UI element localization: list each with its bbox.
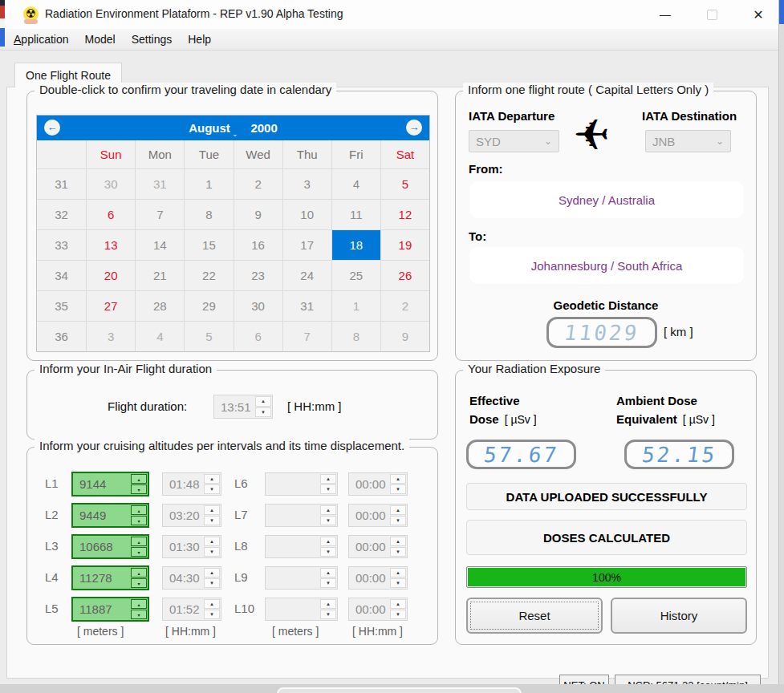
spin-down-icon[interactable]: ▼ <box>390 516 406 525</box>
spin-up-icon[interactable]: ▲ <box>320 599 336 609</box>
day-cell[interactable]: 4 <box>135 321 184 351</box>
time-spinbox-L5[interactable]: 01:52▲▼ <box>162 598 221 621</box>
altitude-spinbox-L3[interactable]: 10668▴▾ <box>71 534 149 559</box>
day-cell[interactable]: 19 <box>380 229 429 260</box>
day-cell[interactable]: 20 <box>86 260 135 290</box>
altitude-spinbox-L8[interactable]: ▲▼ <box>265 535 338 558</box>
spin-down-icon[interactable]: ▾ <box>131 610 147 619</box>
altitude-spinbox-L1[interactable]: 9144▴▾ <box>71 472 149 496</box>
day-cell[interactable]: 1 <box>331 290 380 321</box>
spin-up-icon[interactable]: ▴ <box>131 568 147 578</box>
spin-up-icon[interactable]: ▲ <box>320 537 336 546</box>
time-spinbox-L9[interactable]: 00:00▲▼ <box>348 566 408 590</box>
spin-down-icon[interactable]: ▼ <box>320 578 336 588</box>
spin-up-icon[interactable]: ▲ <box>204 537 220 546</box>
day-cell[interactable]: 22 <box>184 260 233 290</box>
altitude-spinbox-L7[interactable]: ▲▼ <box>265 504 338 527</box>
previous-month-button[interactable]: ← <box>44 120 60 136</box>
day-cell[interactable]: 16 <box>234 229 282 260</box>
day-cell[interactable]: 30 <box>234 290 282 321</box>
spin-up-icon[interactable]: ▲ <box>390 599 406 609</box>
day-cell[interactable]: 4 <box>331 168 380 199</box>
spin-down-icon[interactable]: ▼ <box>204 547 220 557</box>
day-cell[interactable]: 5 <box>184 321 233 351</box>
day-cell[interactable]: 6 <box>86 199 135 229</box>
spin-down-icon[interactable]: ▾ <box>131 484 147 494</box>
spin-up-icon[interactable]: ▲ <box>390 537 406 546</box>
spin-down-icon[interactable]: ▼ <box>204 484 220 494</box>
iata-departure-combobox[interactable]: SYD ⌄ <box>469 130 559 152</box>
spin-down-icon[interactable]: ▾ <box>131 578 147 588</box>
spin-down-icon[interactable]: ▼ <box>204 578 220 588</box>
day-cell[interactable]: 9 <box>380 321 429 351</box>
spin-up-icon[interactable]: ▲ <box>204 599 220 609</box>
altitude-spinbox-L6[interactable]: ▲▼ <box>265 472 338 496</box>
day-cell[interactable]: 31 <box>282 290 331 321</box>
time-spinbox-L7[interactable]: 00:00▲▼ <box>348 504 408 527</box>
altitude-spinbox-L10[interactable]: ▲▼ <box>265 598 338 621</box>
day-cell[interactable]: 13 <box>86 229 135 260</box>
spin-up-icon[interactable]: ▲ <box>320 505 336 515</box>
day-cell[interactable]: 29 <box>184 290 233 321</box>
spin-down-icon[interactable]: ▾ <box>131 547 147 557</box>
day-cell[interactable]: 1 <box>184 168 233 199</box>
day-cell[interactable]: 2 <box>380 290 429 321</box>
spin-up-icon[interactable]: ▴ <box>131 474 147 484</box>
time-spinbox-L4[interactable]: 04:30▲▼ <box>162 566 221 590</box>
spin-up-icon[interactable]: ▴ <box>131 537 147 546</box>
spin-down-icon[interactable]: ▼ <box>390 547 406 557</box>
time-spinbox-L8[interactable]: 00:00▲▼ <box>348 535 408 558</box>
spin-down-icon[interactable]: ▼ <box>320 610 336 619</box>
day-cell[interactable]: 7 <box>135 199 184 229</box>
spin-up-icon[interactable]: ▲ <box>320 568 336 578</box>
time-spinbox-L1[interactable]: 01:48▲▼ <box>162 472 221 496</box>
spin-up-icon[interactable]: ▲ <box>390 505 406 515</box>
time-spinbox-L6[interactable]: 00:00▲▼ <box>348 472 408 496</box>
menu-item-help[interactable]: Help <box>180 33 219 46</box>
day-cell[interactable]: 3 <box>282 168 331 199</box>
spin-down-icon[interactable]: ▼ <box>204 516 220 525</box>
spin-down-icon[interactable]: ▼ <box>204 610 220 619</box>
day-cell[interactable]: 17 <box>282 229 331 260</box>
spin-up-icon[interactable]: ▲ <box>390 474 406 484</box>
spin-up-icon[interactable]: ▴ <box>131 599 147 609</box>
maximize-button[interactable] <box>693 0 730 29</box>
day-cell[interactable]: 7 <box>282 321 331 351</box>
day-cell[interactable]: 2 <box>234 168 282 199</box>
day-cell[interactable]: 8 <box>331 321 380 351</box>
calendar-month[interactable]: August <box>189 121 230 135</box>
spin-up-icon[interactable]: ▲ <box>390 568 406 578</box>
day-cell[interactable]: 23 <box>234 260 282 290</box>
day-cell[interactable]: 5 <box>380 168 429 199</box>
spin-down-icon[interactable]: ▼ <box>320 547 336 557</box>
history-button[interactable]: History <box>611 598 747 634</box>
altitude-spinbox-L5[interactable]: 11887▴▾ <box>71 597 149 622</box>
day-cell[interactable]: 27 <box>86 290 135 321</box>
spin-down-icon[interactable]: ▼ <box>390 610 406 619</box>
close-button[interactable]: ✕ <box>740 0 777 29</box>
altitude-spinbox-L2[interactable]: 9449▴▾ <box>71 503 149 528</box>
iata-destination-combobox[interactable]: JNB ⌄ <box>645 130 731 152</box>
spin-down-icon[interactable]: ▼ <box>320 484 336 494</box>
spin-down-icon[interactable]: ▾ <box>131 516 147 525</box>
menu-item-model[interactable]: Model <box>77 33 124 46</box>
time-spinbox-L2[interactable]: 03:20▲▼ <box>162 504 221 527</box>
day-cell[interactable]: 24 <box>282 260 331 290</box>
spin-down-icon[interactable]: ▼ <box>255 407 271 418</box>
menu-item-application[interactable]: Application <box>6 33 77 46</box>
time-spinbox-L3[interactable]: 01:30▲▼ <box>162 535 221 558</box>
day-cell[interactable]: 30 <box>86 168 135 199</box>
time-spinbox-L10[interactable]: 00:00▲▼ <box>348 598 408 621</box>
day-cell[interactable]: 11 <box>331 199 380 229</box>
spin-up-icon[interactable]: ▲ <box>320 474 336 484</box>
day-cell[interactable]: 6 <box>234 321 282 351</box>
day-cell[interactable]: 21 <box>135 260 184 290</box>
spin-up-icon[interactable]: ▲ <box>204 568 220 578</box>
altitude-spinbox-L9[interactable]: ▲▼ <box>265 566 338 590</box>
spin-down-icon[interactable]: ▼ <box>390 484 406 494</box>
day-cell[interactable]: 26 <box>380 260 429 290</box>
calendar-year[interactable]: 2000 <box>250 121 277 135</box>
minimize-button[interactable]: — <box>647 0 684 29</box>
day-cell[interactable]: 31 <box>135 168 184 199</box>
menu-item-settings[interactable]: Settings <box>124 33 181 46</box>
